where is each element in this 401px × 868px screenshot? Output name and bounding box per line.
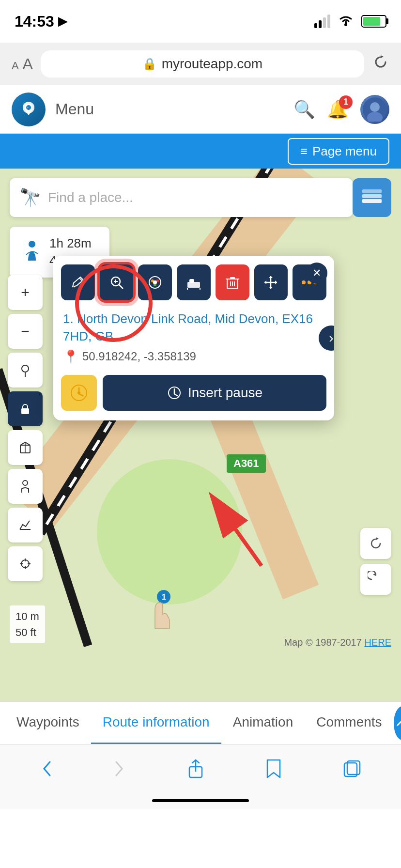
map-scale: 10 m 50 ft (10, 605, 45, 643)
url-bar[interactable]: 🔒 myrouteapp.com (41, 50, 364, 78)
svg-rect-8 (362, 194, 382, 198)
chart-button[interactable] (8, 508, 43, 542)
wifi-icon (337, 13, 355, 30)
green-area (97, 459, 242, 604)
touch-indicator: 1 (145, 590, 174, 635)
search-field-icon: 🔭 (19, 187, 41, 208)
svg-rect-34 (189, 279, 194, 283)
layer-button[interactable] (353, 178, 391, 217)
svg-rect-33 (187, 282, 200, 288)
svg-point-0 (344, 23, 347, 26)
pin-button[interactable] (8, 353, 43, 388)
status-bar: 14:53 ▶ (0, 0, 401, 43)
blue-bar: ≡ Page menu (0, 134, 401, 169)
location-icon: ▶ (58, 15, 67, 28)
app-logo: + (12, 93, 46, 126)
ios-bottom-bar (0, 744, 401, 792)
header-icons: 🔍 🔔 1 (293, 95, 389, 124)
text-size-control[interactable]: A A (12, 55, 33, 73)
waypoint-popup: ✕ (53, 256, 334, 420)
svg-point-16 (23, 480, 28, 485)
lock-icon: 🔒 (142, 57, 157, 71)
svg-point-5 (370, 102, 380, 112)
here-link[interactable]: HERE (364, 637, 391, 648)
popup-delete-button[interactable] (216, 264, 249, 300)
app-header: + Menu 🔍 🔔 1 (0, 85, 401, 134)
browser-bar: A A 🔒 myrouteapp.com (0, 43, 401, 85)
svg-text:+: + (27, 106, 29, 110)
tabs-button[interactable] (337, 753, 367, 784)
pause-timer-button[interactable] (61, 375, 97, 411)
map-area[interactable]: A361 🔭 Find a place... 1h 28m 46.68 mi (0, 169, 401, 701)
tab-comments[interactable]: Comments (305, 702, 393, 744)
popup-address: 1. North Devon Link Road, Mid Devon, EX1… (53, 306, 334, 349)
svg-text:1: 1 (162, 593, 166, 601)
home-indicator (0, 792, 401, 809)
crosshair-button[interactable] (8, 546, 43, 581)
map-refresh-button[interactable] (360, 528, 391, 559)
person-button[interactable] (8, 469, 43, 504)
map-copyright: Map © 1987-2017 HERE (284, 637, 391, 648)
menu-label: Menu (55, 100, 284, 118)
menu-lines-icon: ≡ (300, 144, 308, 159)
status-time: 14:53 ▶ (15, 13, 67, 31)
bookmark-button[interactable] (260, 753, 288, 784)
svg-rect-7 (362, 199, 382, 203)
tab-route-information[interactable]: Route information (91, 702, 221, 744)
popup-edit-button[interactable] (61, 264, 95, 300)
header-search-icon[interactable]: 🔍 (293, 99, 315, 120)
popup-action-buttons: Insert pause (53, 369, 334, 420)
insert-pause-button[interactable]: Insert pause (103, 375, 326, 411)
svg-rect-9 (362, 189, 382, 193)
stats-icon (21, 239, 43, 265)
status-right (314, 13, 386, 30)
left-toolbar: + − (8, 275, 43, 581)
svg-point-10 (29, 241, 35, 248)
road-sign-a361: A361 (227, 454, 266, 473)
notification-badge: 1 (339, 95, 353, 109)
right-toolbar (360, 528, 391, 595)
svg-rect-13 (21, 408, 29, 414)
bottom-tabs: Waypoints Route information Animation Co… (0, 701, 401, 744)
popup-actions-row (53, 256, 334, 306)
svg-point-11 (22, 365, 29, 372)
svg-point-49 (77, 391, 80, 394)
scroll-up-button[interactable] (394, 706, 401, 740)
tab-waypoints[interactable]: Waypoints (5, 702, 91, 744)
svg-line-25 (119, 284, 123, 289)
battery-icon (361, 15, 386, 28)
notification-button[interactable]: 🔔 1 (327, 99, 349, 120)
signal-bars (314, 15, 330, 28)
tab-animation[interactable]: Animation (221, 702, 305, 744)
map-search[interactable]: 🔭 Find a place... (10, 178, 353, 217)
forward-button[interactable] (108, 753, 132, 784)
search-placeholder: Find a place... (48, 190, 133, 205)
popup-palette-button[interactable] (138, 264, 172, 300)
popup-coordinates: 📍 50.918242, -3.358139 (53, 349, 334, 369)
cube-button[interactable] (8, 430, 43, 465)
coords-pin-icon: 📍 (63, 349, 78, 364)
svg-point-45 (302, 280, 306, 284)
svg-point-32 (153, 280, 157, 284)
page-menu-button[interactable]: ≡ Page menu (288, 138, 389, 165)
back-button[interactable] (34, 753, 59, 784)
svg-rect-39 (230, 277, 235, 279)
lock-button[interactable] (8, 391, 43, 426)
user-avatar[interactable] (360, 95, 389, 124)
zoom-in-button[interactable]: + (8, 275, 43, 310)
popup-hotel-button[interactable] (177, 264, 211, 300)
map-undo-button[interactable] (360, 564, 391, 595)
zoom-out-button[interactable]: − (8, 314, 43, 349)
popup-close-button[interactable]: ✕ (306, 263, 327, 284)
popup-move-button[interactable] (254, 264, 288, 300)
reload-button[interactable] (372, 53, 389, 75)
popup-search-zoom-button[interactable] (100, 264, 134, 300)
share-button[interactable] (181, 753, 211, 784)
